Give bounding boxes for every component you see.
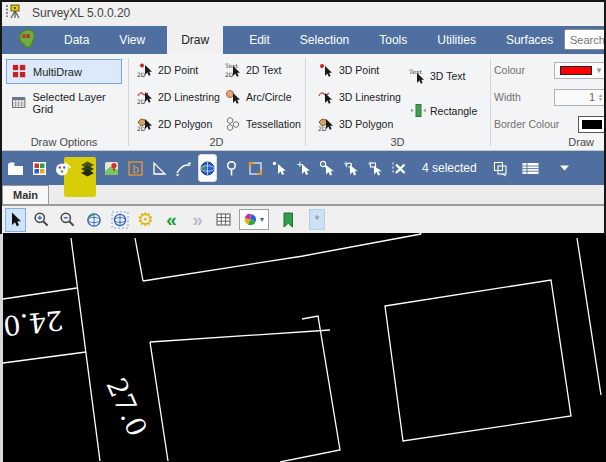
- road-edge-line: [71, 238, 100, 461]
- duplicate-view-icon[interactable]: [491, 154, 510, 182]
- data-table-icon[interactable]: [521, 154, 540, 182]
- svg-text:2D: 2D: [137, 125, 146, 132]
- 3d-linestring-icon: [317, 89, 336, 105]
- grid-toggle-icon[interactable]: [213, 208, 234, 232]
- tab-data[interactable]: Data: [60, 26, 93, 54]
- 2d-point-button[interactable]: 2D 2D Point: [136, 62, 198, 78]
- select-rect-cursor-icon[interactable]: +: [366, 154, 385, 182]
- group-label-3d: 3D: [305, 136, 490, 148]
- 2d-polygon-icon: 2D: [136, 116, 155, 132]
- road-edge-line: [3, 352, 86, 363]
- new-view-star-button[interactable]: *: [309, 209, 325, 230]
- globe-icon[interactable]: [198, 154, 217, 182]
- arc-circle-button[interactable]: Arc/Circle: [224, 89, 292, 105]
- ribbon-body: MultiDraw Selected Layer Grid Draw Optio…: [0, 54, 606, 151]
- previous-view-icon[interactable]: «: [161, 208, 182, 232]
- width-value: 1: [557, 91, 598, 103]
- selection-status: 4 selected: [422, 161, 477, 175]
- tab-edit[interactable]: Edit: [245, 26, 274, 54]
- title-bar: SurveyXL 5.0.0.20: [0, 0, 606, 26]
- search-input[interactable]: [568, 33, 606, 47]
- colour-swatch: [560, 66, 592, 75]
- 3d-point-button[interactable]: 3D Point: [317, 62, 379, 78]
- layer-colours-dropdown[interactable]: ▼: [239, 209, 269, 230]
- tab-utilities[interactable]: Utilities: [433, 26, 480, 54]
- group-2d: 2D 2D Point 2D 2D Linestring 2D 2D Polyg…: [128, 54, 305, 151]
- select-zoom-cursor-icon[interactable]: [318, 154, 337, 182]
- zoom-out-icon[interactable]: [57, 208, 78, 232]
- next-view-icon[interactable]: »: [187, 208, 208, 232]
- 3d-polygon-button[interactable]: 2D 3D Polygon: [317, 116, 393, 132]
- svg-text:2D: 2D: [137, 98, 146, 105]
- layers-icon[interactable]: [78, 154, 97, 182]
- tessellation-button[interactable]: Tessellation: [224, 116, 301, 132]
- road-edge-line: [3, 288, 77, 299]
- border-colour-picker[interactable]: [578, 116, 606, 133]
- multidraw-button[interactable]: MultiDraw: [6, 59, 122, 84]
- layer-grid-icon: [11, 95, 26, 110]
- window-title: SurveyXL 5.0.0.20: [32, 6, 130, 20]
- 2d-linestring-button[interactable]: 2D 2D Linestring: [136, 89, 220, 105]
- rectangle-button[interactable]: Rectangle: [408, 102, 477, 119]
- select-add-cursor-icon[interactable]: +: [294, 154, 313, 182]
- border-colour-label: Border Colour: [494, 118, 559, 130]
- parcel-outline: [385, 280, 571, 441]
- app-menu-icon[interactable]: AB: [16, 26, 38, 54]
- tab-view[interactable]: View: [115, 26, 149, 54]
- 3d-text-icon: Text: [408, 68, 427, 84]
- clear-selection-icon[interactable]: [390, 154, 409, 182]
- tab-tools[interactable]: Tools: [375, 26, 411, 54]
- tab-surfaces[interactable]: Surfaces: [502, 26, 557, 54]
- group-label-2d: 2D: [128, 136, 305, 148]
- zoom-in-icon[interactable]: [31, 208, 52, 232]
- 2d-linestring-icon: 2D: [136, 89, 155, 105]
- more-dropdown-icon[interactable]: [555, 154, 574, 182]
- group-draw-options: MultiDraw Selected Layer Grid Draw Optio…: [0, 54, 128, 151]
- parcel-outline: [280, 316, 340, 462]
- globe-redraw-icon[interactable]: [83, 208, 104, 232]
- map-canvas[interactable]: 24.0 27.0: [3, 233, 606, 462]
- group-3d: 3D Point 3D Linestring 2D 3D Polygon Tex…: [305, 54, 490, 151]
- open-file-icon[interactable]: [6, 154, 25, 182]
- select-lasso-cursor-icon[interactable]: +: [342, 154, 361, 182]
- 2d-text-icon: Text 2D: [224, 62, 243, 78]
- crop-region-icon[interactable]: [246, 154, 265, 182]
- svg-text:b: b: [132, 162, 139, 175]
- ribbon-tab-bar: AB Data View Draw Edit Selection Tools U…: [0, 26, 606, 54]
- application-window: SurveyXL 5.0.0.20 AB Data View Draw Edit…: [0, 0, 606, 462]
- selected-layer-grid-button[interactable]: Selected Layer Grid: [6, 90, 126, 115]
- 2d-polygon-button[interactable]: 2D 2D Polygon: [136, 116, 212, 132]
- colour-dropdown[interactable]: ▼: [554, 62, 606, 79]
- set-square-icon[interactable]: [150, 154, 169, 182]
- palette-icon[interactable]: [54, 154, 73, 182]
- 3d-polygon-icon: 2D: [317, 116, 336, 132]
- bookmark-flag-icon[interactable]: [277, 208, 298, 232]
- svg-text:2D: 2D: [225, 71, 234, 78]
- road-edge-line: [135, 238, 143, 281]
- app-window-icon[interactable]: [30, 154, 49, 182]
- ribbon-search[interactable]: [564, 29, 606, 50]
- bing-icon[interactable]: b: [126, 154, 145, 182]
- layer-colours-icon: [243, 212, 258, 227]
- 3d-linestring-button[interactable]: 3D Linestring: [317, 89, 401, 105]
- road-edge-line: [150, 330, 330, 342]
- 3d-text-button[interactable]: Text 3D Text: [408, 68, 465, 84]
- svg-text:Text: Text: [225, 62, 238, 69]
- tab-selection[interactable]: Selection: [296, 26, 353, 54]
- select-point-cursor-icon[interactable]: [270, 154, 289, 182]
- view-tab-main[interactable]: Main: [2, 185, 49, 204]
- width-label: Width: [494, 91, 521, 103]
- select-cursor-icon[interactable]: [5, 208, 26, 232]
- globe-extents-icon[interactable]: [109, 208, 130, 232]
- 2d-text-button[interactable]: Text 2D 2D Text: [224, 62, 281, 78]
- width-stepper[interactable]: 1 ▲▼: [554, 89, 606, 106]
- curve-measure-icon[interactable]: [174, 154, 193, 182]
- google-maps-icon[interactable]: [102, 154, 121, 182]
- 2d-point-icon: 2D: [136, 62, 155, 78]
- settings-gear-icon[interactable]: ⚙: [135, 208, 156, 232]
- stepper-arrows-icon[interactable]: ▲▼: [598, 93, 603, 101]
- location-pin-icon[interactable]: [222, 154, 241, 182]
- svg-text:+: +: [343, 160, 349, 168]
- tab-draw[interactable]: Draw: [167, 26, 223, 54]
- svg-text:2D: 2D: [318, 125, 327, 132]
